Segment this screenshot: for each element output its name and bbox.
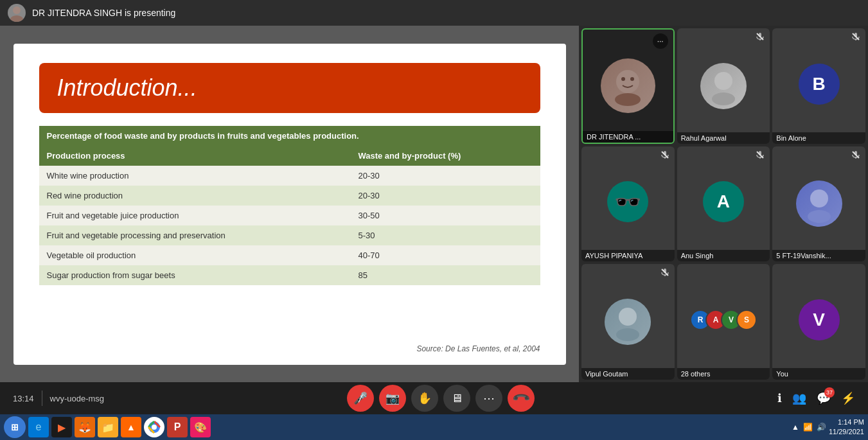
svg-point-21 <box>808 210 831 223</box>
taskbar: ⊞ e ▶ 🦊 📁 ▲ P 🎨 ▲ 📶 🔊 1:14 PM 11/29/2021 <box>0 414 868 440</box>
folder-app[interactable]: 📁 <box>98 417 118 437</box>
svg-rect-9 <box>759 33 761 37</box>
options-button[interactable]: ··· <box>653 33 668 49</box>
presenter-label: DR JITENDRA SINGH is presenting <box>32 8 175 18</box>
bottom-bar: 13:14 wvy-uode-msg 🎤 ╱ 📷 ✋ 🖥 ⋯ 📞 ℹ 👥 <box>0 382 868 414</box>
ie-app[interactable]: e <box>28 417 49 437</box>
mic-off-icon <box>756 32 765 43</box>
end-call-button[interactable]: 📞 <box>502 379 540 417</box>
participant-tile-bin-alone[interactable]: B Bin Alone <box>772 28 865 144</box>
meeting-id: wvy-uode-msg <box>50 394 105 403</box>
svg-rect-28 <box>664 268 666 273</box>
video-mute-button[interactable]: 📷 <box>379 385 406 412</box>
taskbar-clock: 1:14 PM 11/29/2021 <box>829 418 864 437</box>
table-cell: 40-70 <box>350 245 540 265</box>
participant-tile-dr-jitendra[interactable]: ···DR JITENDRA ... <box>581 28 675 144</box>
present-button[interactable]: 🖥 <box>443 385 470 412</box>
participants-panel: ···DR JITENDRA ... Rahul AgarwalB Bin Al… <box>579 26 868 382</box>
participant-name-you: You <box>772 368 865 380</box>
top-bar: DR JITENDRA SINGH is presenting <box>0 0 868 26</box>
divider <box>42 391 42 406</box>
chat-button[interactable]: 💬 37 <box>817 391 831 405</box>
presentation-area: Introduction... Percentage of food waste… <box>0 26 579 382</box>
participant-name-dr-jitendra: DR JITENDRA ... <box>583 131 673 143</box>
network-icon: 📶 <box>803 423 813 432</box>
volume-icon: 🔊 <box>817 423 826 432</box>
table-cell: 85 <box>350 265 540 285</box>
table-cell: 20-30 <box>350 186 540 206</box>
svg-point-4 <box>630 77 634 81</box>
participant-name-28-others: 28 others <box>677 368 770 380</box>
mic-off-icon <box>756 150 765 161</box>
people-icon: 👥 <box>792 392 806 405</box>
media-player-app[interactable]: ▶ <box>51 417 72 437</box>
chrome-app[interactable] <box>144 417 164 437</box>
slide-title-box: Introduction... <box>39 63 540 113</box>
svg-point-7 <box>712 92 735 105</box>
firefox-app[interactable]: 🦊 <box>75 417 95 437</box>
activities-button[interactable]: ⚡ <box>841 391 855 405</box>
svg-rect-23 <box>855 151 857 155</box>
svg-point-20 <box>810 189 828 207</box>
bottom-right: ℹ 👥 💬 37 ⚡ <box>777 391 855 405</box>
paint-app[interactable]: 🎨 <box>190 417 211 437</box>
svg-point-1 <box>10 15 23 22</box>
bottom-center[interactable]: 🎤 ╱ 📷 ✋ 🖥 ⋯ 📞 <box>347 385 535 412</box>
call-time: 13:14 <box>13 394 34 403</box>
svg-point-26 <box>616 328 639 341</box>
slide-source: Source: De Las Fuentes, et al, 2004 <box>416 344 540 353</box>
people-button[interactable]: 👥 <box>792 391 806 405</box>
info-icon: ℹ <box>777 392 782 405</box>
vlc-app[interactable]: ▲ <box>121 417 141 437</box>
participant-name-bin-alone: Bin Alone <box>772 132 865 144</box>
presenter-avatar <box>8 4 26 22</box>
slide-table: Percentage of food waste and by products… <box>39 126 540 285</box>
participant-name-5ft-vanshik: 5 FT-19Vanshik... <box>772 250 865 261</box>
mic-off-icon <box>660 268 669 279</box>
system-tray: ▲ 📶 🔊 <box>792 423 826 432</box>
svg-point-3 <box>621 77 625 81</box>
table-cell: Fruit and vegetable juice production <box>39 206 351 225</box>
activities-icon: ⚡ <box>841 392 855 405</box>
more-icon: ⋯ <box>483 391 495 405</box>
more-options-button[interactable]: ⋯ <box>475 385 502 412</box>
mic-off-icon <box>851 32 860 43</box>
svg-point-25 <box>619 308 637 326</box>
svg-point-5 <box>615 93 641 106</box>
svg-rect-18 <box>759 151 761 155</box>
participant-tile-you[interactable]: VYou <box>772 264 865 380</box>
hand-icon: ✋ <box>418 391 432 405</box>
participant-tile-anu-singh[interactable]: A Anu Singh <box>677 146 770 262</box>
tray-arrow[interactable]: ▲ <box>792 423 799 432</box>
ppt-app[interactable]: P <box>167 417 188 437</box>
mic-mute-button[interactable]: 🎤 ╱ <box>347 385 374 412</box>
participant-tile-rahul-agarwal[interactable]: Rahul Agarwal <box>677 28 770 144</box>
slide-title: Introduction... <box>57 75 197 101</box>
participant-tile-vipul-goutam[interactable]: Vipul Goutam <box>581 264 675 380</box>
svg-point-2 <box>616 70 639 93</box>
main-area: Introduction... Percentage of food waste… <box>0 26 868 382</box>
col-header-process: Production process <box>39 146 351 166</box>
participant-name-ayush-pipaniya: AYUSH PIPANIYA <box>581 250 675 261</box>
svg-rect-15 <box>664 151 666 155</box>
raise-hand-button[interactable]: ✋ <box>411 385 438 412</box>
participant-name-rahul-agarwal: Rahul Agarwal <box>677 132 770 144</box>
participant-tile-28-others[interactable]: RAVS28 others <box>677 264 770 380</box>
bottom-left: 13:14 wvy-uode-msg <box>13 391 104 406</box>
participant-tile-ayush-pipaniya[interactable]: 🕶️ AYUSH PIPANIYA <box>581 146 675 262</box>
participant-tile-5ft-vanshik[interactable]: 5 FT-19Vanshik... <box>772 146 865 262</box>
table-caption: Percentage of food waste and by products… <box>39 126 540 146</box>
table-cell: Red wine production <box>39 186 351 206</box>
table-cell: Sugar production from sugar beets <box>39 265 351 285</box>
col-header-waste: Waste and by-product (%) <box>350 146 540 166</box>
start-button[interactable]: ⊞ <box>4 416 26 438</box>
video-slash-icon: 📷 <box>385 391 400 405</box>
slide-container: Introduction... Percentage of food waste… <box>13 44 566 365</box>
chat-badge: 37 <box>824 387 835 398</box>
mic-off-icon <box>660 150 669 161</box>
info-button[interactable]: ℹ <box>777 391 782 405</box>
present-icon: 🖥 <box>451 392 463 405</box>
participant-name-anu-singh: Anu Singh <box>677 250 770 261</box>
svg-point-0 <box>13 6 21 14</box>
svg-point-6 <box>714 72 732 90</box>
